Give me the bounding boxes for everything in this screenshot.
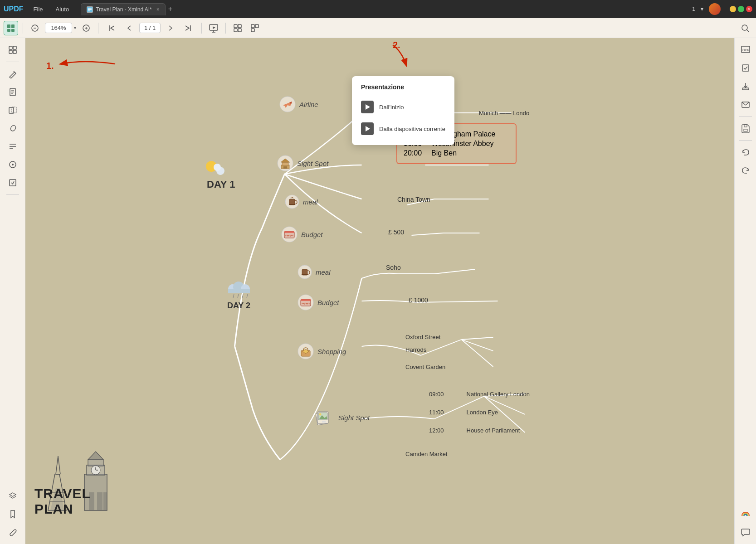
covent-label: Covent Garden bbox=[405, 364, 445, 370]
sidebar-icon-edit[interactable] bbox=[5, 66, 21, 82]
sidebar-sep-2 bbox=[6, 194, 19, 195]
day2-time-2: 11:00 bbox=[429, 409, 444, 416]
right-icon-ai[interactable] bbox=[737, 506, 754, 522]
zoom-dropdown-icon[interactable]: ▾ bbox=[74, 25, 76, 30]
presentation-from-start[interactable]: Dall'inizio bbox=[352, 96, 454, 118]
svg-rect-25 bbox=[251, 29, 254, 32]
airline-label: Airline bbox=[299, 101, 318, 108]
titlebar: UPDF File Aiuto Travel Plan - Xmind AI* … bbox=[0, 0, 756, 18]
shopping-icon bbox=[298, 343, 314, 359]
sidebar-icon-layers[interactable] bbox=[5, 488, 21, 504]
sidebar-icon-bookmark[interactable] bbox=[5, 506, 21, 522]
sidebar-icon-list[interactable] bbox=[5, 138, 21, 155]
right-sidebar: OCR bbox=[734, 38, 756, 544]
svg-rect-55 bbox=[88, 460, 103, 466]
day2-time-3: 12:00 bbox=[429, 427, 444, 434]
right-sep-2 bbox=[739, 140, 752, 141]
schedule-place-3: Big Ben bbox=[431, 149, 457, 157]
svg-text:OCR: OCR bbox=[742, 49, 750, 52]
annotation-1: 1. bbox=[46, 61, 54, 71]
day2-label: DAY 2 bbox=[227, 296, 250, 311]
shopping-label: Shopping bbox=[317, 348, 346, 355]
sidebar-icon-extract[interactable] bbox=[5, 175, 21, 191]
day2-place-2: London Eye bbox=[467, 409, 498, 416]
right-icon-export[interactable] bbox=[737, 78, 754, 94]
active-tab[interactable]: Travel Plan - Xmind AI* × bbox=[81, 3, 166, 15]
view-mode-btn[interactable] bbox=[230, 21, 245, 35]
svg-line-70 bbox=[233, 294, 234, 298]
menu-file[interactable]: File bbox=[31, 4, 46, 15]
svg-point-26 bbox=[742, 25, 747, 30]
tab-icon bbox=[87, 6, 93, 13]
sidebar-icon-doc[interactable] bbox=[5, 84, 21, 100]
svg-line-49 bbox=[56, 456, 58, 474]
link-btn[interactable] bbox=[248, 21, 262, 35]
right-icon-save[interactable] bbox=[737, 60, 754, 76]
sidebar-icon-pen[interactable] bbox=[5, 120, 21, 136]
svg-rect-29 bbox=[13, 46, 16, 49]
last-page-btn[interactable] bbox=[180, 21, 195, 35]
zoom-control: 164% ▾ bbox=[45, 23, 76, 33]
svg-rect-28 bbox=[9, 46, 12, 49]
budget-day2-icon bbox=[298, 294, 314, 311]
day2-place-3: House of Parliament bbox=[467, 427, 520, 434]
right-icon-comment[interactable] bbox=[737, 524, 754, 540]
schedule-time-3: 20:00 bbox=[404, 149, 424, 157]
presentation-btn[interactable] bbox=[206, 21, 221, 35]
airline-route: Munich —— Londo bbox=[479, 110, 529, 117]
harrods-label: Harrods bbox=[405, 346, 426, 353]
svg-rect-22 bbox=[238, 29, 241, 32]
first-page-btn[interactable] bbox=[105, 21, 119, 35]
presentation-from-current[interactable]: Dalla diapositiva corrente bbox=[352, 118, 454, 140]
svg-rect-4 bbox=[7, 24, 10, 28]
titlebar-right: 1 ▾ × bbox=[692, 3, 752, 15]
right-icon-redo[interactable] bbox=[737, 162, 754, 179]
zoom-out-btn[interactable] bbox=[28, 21, 42, 35]
close-button[interactable]: × bbox=[746, 6, 752, 12]
svg-rect-37 bbox=[9, 107, 14, 113]
svg-rect-79 bbox=[283, 166, 287, 169]
sidebar-icon-0[interactable] bbox=[5, 42, 21, 58]
china-town-label: China Town bbox=[397, 196, 430, 203]
photos-icon bbox=[316, 409, 335, 426]
sight-spot-day2-node: Sight Spot bbox=[316, 409, 370, 426]
arrow-1 bbox=[47, 53, 120, 77]
camden-label: Camden Market bbox=[405, 451, 447, 457]
sight-spot-day1-node: Sight Spot bbox=[277, 155, 328, 171]
svg-rect-21 bbox=[234, 29, 237, 32]
prev-page-btn[interactable] bbox=[122, 21, 137, 35]
day1-text: DAY 1 bbox=[207, 179, 235, 190]
main-area: 1. 2. bbox=[0, 38, 756, 544]
toolbar: 164% ▾ 1 / 1 bbox=[0, 18, 756, 38]
menu-aiuto[interactable]: Aiuto bbox=[53, 4, 72, 15]
minimize-button[interactable] bbox=[730, 6, 736, 12]
right-icon-ocr[interactable]: OCR bbox=[737, 42, 754, 58]
budget-day2-label: Budget bbox=[317, 299, 339, 306]
svg-rect-82 bbox=[289, 204, 295, 205]
sight-spot-day2-label: Sight Spot bbox=[338, 414, 370, 422]
content-area: 1. 2. bbox=[25, 38, 734, 544]
avatar[interactable] bbox=[709, 3, 721, 15]
zoom-in-btn[interactable] bbox=[79, 21, 93, 35]
chevron-down-icon[interactable]: ▾ bbox=[701, 6, 703, 12]
page-indicator[interactable]: 1 / 1 bbox=[139, 23, 161, 33]
search-btn[interactable] bbox=[738, 21, 752, 35]
sidebar-icon-pages[interactable] bbox=[5, 102, 21, 118]
window-count: 1 bbox=[692, 6, 695, 12]
separator-2 bbox=[98, 23, 98, 34]
left-sidebar bbox=[0, 38, 25, 544]
right-icon-mail[interactable] bbox=[737, 96, 754, 112]
travel-plan-title: TRAVEL PLAN bbox=[34, 486, 130, 517]
svg-rect-5 bbox=[11, 24, 15, 28]
next-page-btn[interactable] bbox=[163, 21, 178, 35]
tab-close-btn[interactable]: × bbox=[156, 6, 160, 13]
tab-add-btn[interactable]: + bbox=[168, 5, 172, 13]
maximize-button[interactable] bbox=[738, 6, 744, 12]
right-icon-save2[interactable] bbox=[737, 120, 754, 136]
page-thumbnail-btn[interactable] bbox=[4, 21, 18, 35]
right-icon-undo[interactable] bbox=[737, 144, 754, 160]
zoom-value[interactable]: 164% bbox=[45, 23, 72, 33]
sidebar-icon-attachment[interactable] bbox=[5, 524, 21, 540]
budget-day2-node: Budget bbox=[298, 294, 339, 311]
sidebar-icon-tools[interactable] bbox=[5, 156, 21, 173]
